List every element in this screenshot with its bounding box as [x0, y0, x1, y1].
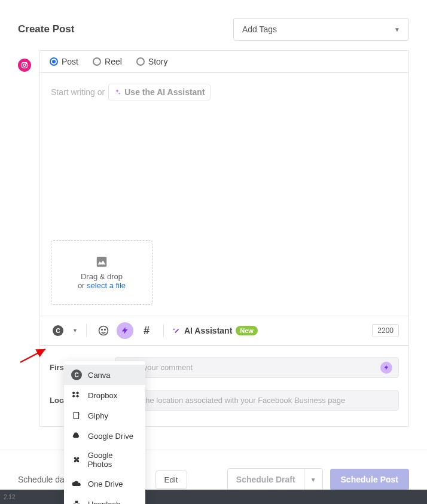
- radio-selected-icon: [50, 57, 58, 66]
- upload-text: or: [78, 281, 87, 290]
- dropdown-item-label: Google Photos: [88, 451, 138, 469]
- location-placeholder: Enter the location associated with your …: [123, 396, 345, 405]
- add-tags-select[interactable]: Add Tags ▼: [233, 18, 409, 41]
- first-comment-input[interactable]: Enter your comment: [115, 357, 399, 378]
- post-type-label: Story: [148, 57, 168, 66]
- emoji-button[interactable]: [95, 322, 112, 339]
- ai-generate-button[interactable]: [380, 362, 392, 374]
- svg-point-4: [102, 329, 103, 331]
- schedule-draft-button[interactable]: Schedule Draft: [228, 469, 304, 490]
- image-icon: [94, 255, 109, 268]
- emoji-icon: [97, 325, 109, 337]
- dropdown-item-unsplash[interactable]: Unsplash: [64, 494, 145, 504]
- dropdown-item-dropbox[interactable]: Dropbox: [64, 385, 145, 405]
- dropdown-item-label: Canva: [88, 371, 111, 380]
- dropdown-item-label: Google Drive: [88, 432, 133, 441]
- schedule-post-button[interactable]: Schedule Post: [330, 469, 409, 490]
- post-type-label: Reel: [105, 57, 122, 66]
- chevron-down-icon: ▼: [394, 26, 400, 33]
- separator: [163, 324, 164, 337]
- canva-icon: C: [71, 369, 82, 380]
- dropdown-item-canva[interactable]: C Canva: [64, 365, 145, 385]
- ai-assistant-label: AI Assistant: [184, 326, 232, 335]
- ai-assistant-chip[interactable]: Use the AI Assistant: [108, 84, 210, 100]
- ai-assistant-button[interactable]: AI Assistant New: [172, 326, 258, 335]
- svg-point-3: [99, 326, 108, 335]
- dropdown-item-label: One Drive: [88, 479, 123, 488]
- schedule-draft-dropdown[interactable]: ▼: [304, 469, 322, 490]
- radio-icon: [136, 57, 145, 66]
- dropdown-item-google-photos[interactable]: Google Photos: [64, 446, 145, 474]
- dropbox-icon: [71, 390, 82, 401]
- google-photos-icon: [71, 454, 82, 465]
- caption-placeholder: Start writing or: [51, 87, 105, 97]
- dropdown-item-label: Dropbox: [88, 391, 117, 400]
- media-upload-dropzone[interactable]: Drag & drop or select a file: [51, 240, 152, 305]
- schedule-draft-split-button: Schedule Draft ▼: [227, 468, 323, 491]
- add-tags-label: Add Tags: [242, 25, 277, 34]
- post-type-reel[interactable]: Reel: [93, 57, 122, 66]
- character-count: 2200: [372, 324, 399, 337]
- chevron-down-icon[interactable]: ▼: [72, 328, 78, 334]
- media-source-dropdown: C Canva Dropbox Giphy Google Drive Googl…: [64, 361, 145, 504]
- svg-rect-7: [74, 413, 78, 419]
- caption-editor[interactable]: Start writing or Use the AI Assistant: [40, 73, 408, 240]
- post-type-tabs: Post Reel Story: [40, 51, 408, 73]
- sparkle-icon: [114, 88, 121, 96]
- onedrive-icon: [71, 478, 82, 489]
- ai-chip-label: Use the AI Assistant: [124, 87, 205, 97]
- hashtag-button[interactable]: #: [138, 322, 155, 339]
- wand-icon: [172, 326, 181, 335]
- dropdown-item-google-drive[interactable]: Google Drive: [64, 426, 145, 446]
- page-title: Create Post: [18, 23, 74, 35]
- edit-schedule-button[interactable]: Edit: [155, 471, 187, 489]
- giphy-icon: [71, 410, 82, 421]
- google-drive-icon: [71, 430, 82, 441]
- dropdown-item-onedrive[interactable]: One Drive: [64, 474, 145, 494]
- radio-icon: [93, 57, 101, 66]
- dropdown-item-label: Unsplash: [88, 500, 120, 505]
- svg-point-1: [23, 64, 26, 66]
- post-type-post[interactable]: Post: [50, 57, 78, 66]
- editor-toolbar: C ▼ # AI Assistant New 2200: [40, 316, 408, 346]
- media-source-button[interactable]: C: [50, 322, 66, 339]
- dropdown-item-label: Giphy: [88, 411, 108, 420]
- separator: [86, 324, 87, 337]
- dropdown-item-giphy[interactable]: Giphy: [64, 405, 145, 426]
- svg-point-2: [26, 63, 26, 64]
- post-type-story[interactable]: Story: [136, 57, 168, 66]
- svg-point-5: [105, 329, 106, 331]
- new-badge: New: [236, 326, 258, 335]
- location-input[interactable]: Enter the location associated with your …: [115, 390, 399, 411]
- unsplash-icon: [71, 499, 82, 504]
- upload-text: Drag & drop: [81, 272, 123, 281]
- lightning-icon: [121, 326, 129, 335]
- canva-icon: C: [53, 325, 63, 336]
- post-type-label: Post: [62, 57, 78, 66]
- lightning-icon: [383, 365, 389, 371]
- variables-button[interactable]: [117, 322, 133, 339]
- select-file-link[interactable]: select a file: [87, 281, 126, 290]
- instagram-icon[interactable]: [18, 59, 31, 72]
